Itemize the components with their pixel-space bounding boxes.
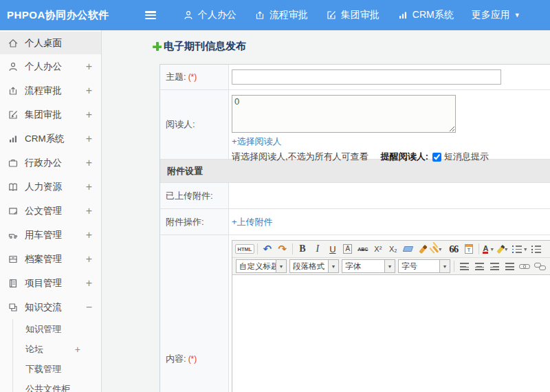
unlink-icon[interactable] (533, 259, 547, 273)
editor-toolbar-row1: HTML↶↷BIUAABCX²X₂▼66A▼▼▼ (232, 241, 550, 258)
nav-item-workflow-approval[interactable]: 流程审批 (254, 9, 308, 21)
uploaded-attachments-row: 已上传附件: (160, 183, 550, 209)
unordered-list-icon[interactable] (529, 242, 543, 256)
chevron-down-icon: ▼ (490, 247, 494, 252)
align-center-icon[interactable] (472, 259, 486, 273)
sms-label: 短消息提示 (444, 151, 489, 163)
sidebar-item-admin-office[interactable]: 行政办公+ (0, 151, 101, 175)
sidebar-item-public-file-cabinet[interactable]: 公共文件柜 (12, 379, 101, 392)
editor-canvas[interactable] (232, 276, 550, 392)
sidebar-item-project-mgmt[interactable]: 项目管理+ (0, 271, 101, 295)
chevron-down-icon[interactable]: ▼ (384, 260, 395, 272)
font-size-select[interactable]: 字号▼ (398, 259, 450, 273)
expand-icon[interactable]: + (75, 344, 80, 355)
sms-checkbox[interactable] (432, 153, 441, 162)
blockquote-icon[interactable]: 66 (447, 242, 461, 256)
collapse-icon[interactable]: − (86, 301, 92, 314)
toolbar-separator (454, 261, 454, 272)
chevron-down-icon: ▼ (514, 12, 520, 19)
page-title: 电子期刊信息发布 (153, 40, 246, 53)
flow-icon (254, 10, 265, 21)
edit-icon (326, 10, 337, 21)
expand-icon[interactable]: + (86, 157, 92, 169)
sidebar-item-human-resources[interactable]: 人力资源+ (0, 175, 101, 199)
upload-attachment-link[interactable]: +上传附件 (232, 216, 273, 228)
expand-icon[interactable]: + (86, 109, 92, 121)
sidebar-item-vehicle-mgmt[interactable]: 用车管理+ (0, 223, 101, 247)
expand-icon[interactable]: + (86, 85, 92, 97)
sidebar-item-personal-office[interactable]: 个人办公+ (0, 54, 101, 78)
sidebar-item-knowledge-exchange[interactable]: 知识交流− (0, 295, 101, 319)
nav-item-label: 集团审批 (341, 9, 380, 21)
sidebar-item-personal-desktop[interactable]: 个人桌面 (0, 32, 101, 54)
font-name-icon[interactable]: A (341, 242, 355, 256)
expand-icon[interactable]: + (86, 253, 92, 265)
expand-icon[interactable]: + (86, 277, 92, 290)
redo-icon[interactable]: ↷ (276, 242, 289, 256)
sidebar-item-download-mgmt[interactable]: 下载管理 (12, 359, 101, 379)
nav-item-more-apps[interactable]: 更多应用▼ (472, 9, 520, 21)
chart-icon (397, 10, 408, 21)
sidebar: 个人桌面个人办公+流程审批+集团审批+CRM系统+行政办公+人力资源+公文管理+… (0, 30, 102, 392)
heading-select[interactable]: 自定义标题▼ (236, 259, 287, 273)
align-justify-icon[interactable] (503, 259, 516, 273)
subject-input[interactable] (232, 69, 501, 85)
sidebar-item-document-mgmt[interactable]: 公文管理+ (0, 199, 101, 223)
eraser-icon[interactable] (402, 242, 415, 256)
nav-item-label: 流程审批 (270, 9, 308, 21)
paragraph-select[interactable]: 段落格式▼ (289, 259, 339, 273)
chat-icon (8, 302, 19, 313)
nav-item-crm-system[interactable]: CRM系统 (397, 9, 454, 21)
superscript-icon[interactable]: X² (371, 242, 385, 256)
car-icon (8, 230, 19, 241)
archive-icon (8, 254, 19, 265)
strikethrough-icon[interactable]: ABC (356, 242, 370, 256)
align-left-icon[interactable] (457, 259, 471, 273)
sidebar-item-group-approval[interactable]: 集团审批+ (0, 102, 101, 127)
expand-icon[interactable]: + (86, 205, 92, 217)
sidebar-item-workflow-approval[interactable]: 流程审批+ (0, 78, 101, 102)
font-family-select[interactable]: 字体▼ (342, 259, 395, 273)
paste-text-icon[interactable] (462, 242, 476, 256)
underline-icon[interactable]: U (326, 242, 340, 256)
format-brush-icon[interactable] (417, 242, 430, 256)
flow-icon (8, 85, 19, 96)
sidebar-item-label: 集团审批 (25, 109, 62, 121)
sidebar-item-knowledge-mgmt[interactable]: 知识管理 (12, 319, 101, 339)
font-color-icon[interactable]: A▼ (482, 242, 496, 256)
select-readers-link[interactable]: +选择阅读人 (232, 136, 282, 146)
content-row: 内容: (*) HTML↶↷BIUAABCX²X₂▼66A▼▼▼ 自定义标题▼段… (160, 235, 550, 392)
attachment-actions-label: 附件操作: (160, 209, 229, 235)
subscript-icon[interactable]: X₂ (386, 242, 400, 256)
autoformat-icon[interactable]: ▼ (432, 242, 446, 256)
align-right-icon[interactable] (487, 259, 501, 273)
source-code-button[interactable]: HTML (235, 242, 254, 256)
add-icon (153, 42, 162, 51)
link-icon[interactable] (518, 259, 531, 273)
ordered-list-icon[interactable]: ▼ (512, 242, 528, 256)
readers-hint: 请选择阅读人,不选为所有人可查看 (232, 151, 368, 163)
chevron-down-icon[interactable]: ▼ (276, 260, 286, 272)
readers-textarea[interactable]: 0 (232, 95, 456, 133)
sidebar-item-label: 行政办公 (25, 157, 62, 169)
expand-icon[interactable]: + (86, 61, 92, 73)
attachment-actions-row: 附件操作: +上传附件 (160, 209, 550, 235)
edit-icon (8, 109, 19, 120)
expand-icon[interactable]: + (86, 181, 92, 193)
highlight-icon[interactable]: ▼ (497, 242, 511, 256)
sidebar-item-archive-mgmt[interactable]: 档案管理+ (0, 247, 101, 271)
bold-icon[interactable]: B (296, 242, 309, 256)
undo-icon[interactable]: ↶ (261, 242, 274, 256)
italic-icon[interactable]: I (311, 242, 324, 256)
chevron-down-icon[interactable]: ▼ (439, 260, 450, 272)
chevron-down-icon[interactable]: ▼ (328, 260, 338, 272)
sidebar-item-crm-system[interactable]: CRM系统+ (0, 127, 101, 151)
nav-item-group-approval[interactable]: 集团审批 (326, 9, 380, 21)
nav-item-personal-office[interactable]: 个人办公 (183, 9, 236, 21)
rich-text-editor: HTML↶↷BIUAABCX²X₂▼66A▼▼▼ 自定义标题▼段落格式▼字体▼字… (232, 240, 550, 392)
expand-icon[interactable]: + (86, 229, 92, 241)
menu-toggle-icon[interactable] (145, 11, 156, 19)
sidebar-item-forum[interactable]: 论坛+ (12, 339, 101, 359)
expand-icon[interactable]: + (86, 133, 92, 145)
user-icon (183, 10, 194, 21)
